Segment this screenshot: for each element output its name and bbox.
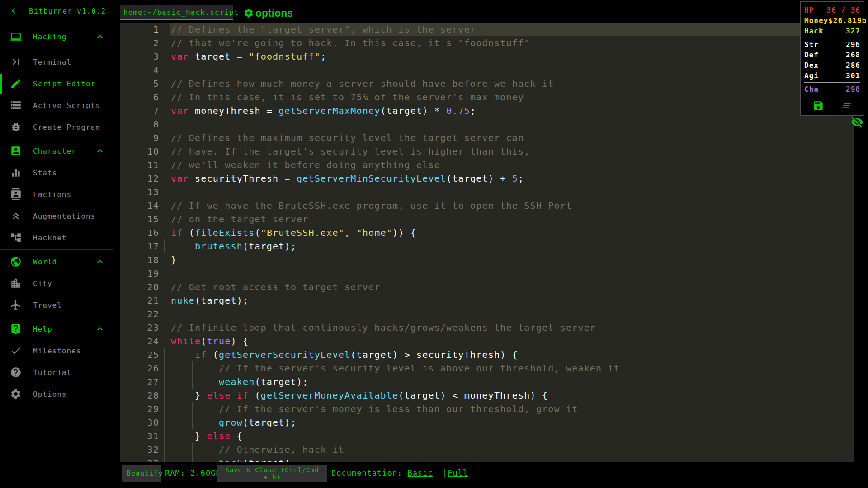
sidebar-item-world[interactable]: World (0, 251, 113, 272)
line-number: 24 (120, 334, 159, 348)
sidebar-item-help[interactable]: Help (0, 318, 113, 340)
line-number: 2 (120, 36, 159, 50)
stat-value: 286 (846, 60, 860, 70)
line-number: 9 (120, 131, 159, 145)
indent-guide (164, 402, 165, 416)
contacts-icon (10, 188, 22, 200)
sidebar-item-label: Milestones (33, 347, 113, 355)
line-number: 17 (120, 239, 159, 253)
editor-options-label: options (255, 7, 293, 19)
documentation-separator: | (443, 469, 448, 478)
stat-label: Str (804, 39, 819, 50)
stat-value: 298 (846, 84, 860, 94)
code-line-15: 15// on the target server (120, 212, 854, 226)
sidebar-item-label: Character (33, 147, 94, 155)
bug-icon (10, 121, 22, 133)
overview-divider (804, 82, 860, 83)
code-text: // Otherwise, hack it (171, 443, 344, 456)
code-text: // If the server's money is less than ou… (171, 402, 578, 416)
code-text: // have. If the target's security level … (171, 145, 530, 158)
code-line-23: 23// Infinite loop that continously hack… (120, 321, 854, 334)
code-line-13: 13 (120, 185, 854, 199)
line-number: 30 (120, 416, 159, 429)
eye-off-icon (851, 116, 863, 128)
stat-label: Money (804, 15, 828, 26)
sidebar-item-character[interactable]: Character (0, 140, 113, 162)
sidebar-item-script-editor[interactable]: Script Editor (0, 73, 113, 94)
sidebar-item-hacknet[interactable]: Hacknet (0, 227, 113, 249)
code-text: var target = "foodnstuff"; (171, 50, 326, 63)
overview-visibility-toggle[interactable] (851, 116, 863, 128)
stat-label: Dex (804, 60, 819, 70)
line-number: 15 (120, 212, 159, 226)
sidebar-item-milestones[interactable]: Milestones (0, 340, 113, 361)
code-text: } (171, 253, 177, 267)
terminal-icon (10, 56, 22, 68)
stat-value: 296 (846, 39, 860, 50)
gear-icon (243, 8, 254, 19)
line-number: 32 (120, 443, 159, 456)
sidebar-item-terminal[interactable]: Terminal (0, 51, 113, 73)
code-text: // If the server's security level is abo… (171, 361, 620, 375)
code-text: // Defines how much money a server shoul… (171, 77, 554, 90)
editor-options-button[interactable]: options (243, 6, 293, 20)
sidebar-item-label: City (33, 279, 113, 288)
line-number: 11 (120, 158, 159, 172)
code-line-20: 20// Get root access to target server (120, 280, 854, 294)
code-text: while(true) { (171, 334, 249, 348)
bitburner-app: { "app": { "title": "Bitburner v1.0.2" }… (0, 0, 868, 488)
save-close-button[interactable]: Save & Close (Ctrl/Cmd + b) (217, 465, 327, 482)
chevron-up-icon (94, 256, 105, 267)
overview-divider (804, 96, 860, 96)
code-text: } else { (171, 429, 243, 443)
code-text: // In this case, it is set to 75% of the… (171, 90, 524, 104)
sidebar-item-factions[interactable]: Factions (0, 183, 113, 205)
line-number: 21 (120, 294, 159, 307)
sidebar-item-stats[interactable]: Stats (0, 162, 113, 183)
code-text: brutessh(target); (171, 239, 297, 253)
overview-actions (804, 98, 860, 112)
code-text: // on the target server (171, 212, 309, 226)
tab-open-script[interactable]: home:~/basic_hack.script (120, 5, 233, 20)
save-game-button[interactable] (812, 100, 824, 112)
code-line-10: 10// have. If the target's security leve… (120, 145, 854, 158)
indent-guide (164, 389, 165, 402)
code-line-28: 28 } else if (getServerMoneyAvailable(ta… (120, 389, 854, 402)
sidebar-header: Bitburner v1.0.2 (0, 0, 113, 22)
sidebar-item-create-program[interactable]: Create Program (0, 116, 113, 138)
stat-value: 301 (846, 70, 860, 81)
sidebar-item-tutorial[interactable]: Tutorial (0, 361, 113, 383)
sidebar-item-hacking[interactable]: Hacking (0, 26, 113, 47)
code-text: hack(target); (171, 456, 297, 462)
sidebar-item-label: Terminal (33, 58, 113, 66)
stat-row-dex: Dex286 (804, 60, 860, 70)
line-number: 29 (120, 402, 159, 416)
indent-guide (164, 416, 165, 429)
documentation-full-link[interactable]: Full (448, 469, 468, 478)
code-line-7: 7var moneyThresh = getServerMaxMoney(tar… (120, 104, 854, 117)
help-bubble-icon (10, 323, 22, 335)
beautify-button[interactable]: Beautify (122, 465, 161, 482)
indent-guide (164, 361, 165, 375)
code-line-8: 8 (120, 117, 854, 131)
chevron-up-icon (94, 31, 105, 42)
line-number: 33 (120, 456, 159, 462)
stat-label: Cha (804, 84, 819, 94)
script-editor-surface[interactable]: 1// Defines the "target server", which i… (120, 23, 854, 462)
collapse-sidebar-button[interactable] (8, 5, 19, 16)
code-line-22: 22 (120, 307, 854, 321)
code-text: if (fileExists("BruteSSH.exe", "home")) … (171, 226, 416, 239)
airplane-icon (10, 299, 22, 311)
sidebar-item-active-scripts[interactable]: Active Scripts (0, 94, 113, 116)
sidebar-divider (0, 139, 113, 139)
kill-all-scripts-button[interactable] (840, 100, 852, 112)
sidebar-item-augmentations[interactable]: Augmentations (0, 205, 113, 227)
line-number: 16 (120, 226, 159, 239)
sidebar-item-travel[interactable]: Travel (0, 294, 113, 316)
sidebar-item-label: Tutorial (33, 368, 113, 377)
line-number: 4 (120, 63, 159, 77)
documentation-basic-link[interactable]: Basic (408, 469, 433, 478)
sidebar-item-city[interactable]: City (0, 272, 113, 294)
sidebar-item-options[interactable]: Options (0, 383, 113, 405)
code-line-33: 33 hack(target); (120, 456, 854, 462)
